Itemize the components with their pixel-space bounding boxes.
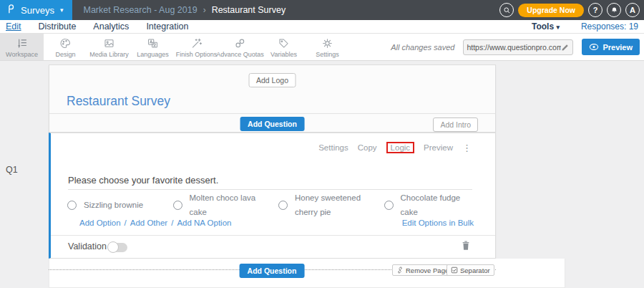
palette-icon bbox=[59, 37, 72, 49]
answer-option-4[interactable]: Chocolate fudge cake bbox=[384, 191, 490, 219]
option-links: Add Option / Add Other / Add NA Option bbox=[79, 219, 231, 227]
wand-icon bbox=[190, 37, 203, 49]
menu-item-edit[interactable]: Edit bbox=[6, 21, 21, 32]
toolbar-item-settings[interactable]: Settings bbox=[306, 34, 349, 60]
autosave-status: All changes saved bbox=[391, 43, 454, 52]
breadcrumb-separator: › bbox=[203, 5, 206, 15]
image-icon bbox=[103, 37, 115, 49]
question-block-q1: Settings Copy Logic Preview ⋮ Please cho… bbox=[49, 133, 496, 259]
help-icon: ? bbox=[593, 6, 598, 14]
translate-icon bbox=[147, 37, 159, 49]
validation-toggle[interactable] bbox=[109, 243, 127, 252]
menu-item-distribute[interactable]: Distribute bbox=[39, 21, 77, 32]
toolbar-item-media-library[interactable]: Media Library bbox=[87, 34, 131, 60]
radio-icon[interactable] bbox=[67, 201, 77, 210]
responses-count[interactable]: Responses: 19 bbox=[581, 21, 638, 32]
upgrade-now-button[interactable]: Upgrade Now bbox=[518, 4, 584, 17]
checkbox-checked-icon bbox=[451, 267, 458, 274]
unlink-icon bbox=[396, 267, 404, 274]
questionpro-logo-icon bbox=[6, 4, 16, 16]
radio-icon[interactable] bbox=[173, 201, 182, 210]
answer-options: Sizzling brownie Molten choco lava cake … bbox=[67, 191, 489, 219]
validation-label: Validation bbox=[68, 241, 107, 251]
question-copy-button[interactable]: Copy bbox=[358, 143, 377, 152]
questionpro-survey-editor: Surveys ▾ Market Research - Aug 2019 › R… bbox=[0, 0, 644, 288]
gear-icon bbox=[321, 37, 333, 49]
add-logo-button[interactable]: Add Logo bbox=[248, 73, 296, 87]
trash-icon bbox=[461, 240, 471, 251]
chain-links-icon bbox=[234, 37, 246, 49]
avatar[interactable]: A bbox=[625, 3, 640, 17]
question-settings-button[interactable]: Settings bbox=[318, 143, 348, 152]
answer-option-1[interactable]: Sizzling brownie bbox=[67, 191, 173, 219]
eye-icon bbox=[589, 43, 599, 51]
notifications-button[interactable] bbox=[607, 3, 621, 17]
breadcrumb-current-survey: Restaurant Survey bbox=[212, 5, 286, 15]
link-separator: / bbox=[171, 219, 173, 227]
topbar-actions: Upgrade Now ? A bbox=[499, 0, 640, 20]
bell-icon bbox=[610, 6, 618, 14]
surveys-menu-button[interactable]: Surveys ▾ bbox=[0, 0, 72, 20]
tools-dropdown[interactable]: Tools ▾ bbox=[532, 21, 560, 32]
help-button[interactable]: ? bbox=[588, 3, 602, 17]
toolbar-item-advance-quotas[interactable]: Advance Quotas bbox=[218, 34, 262, 60]
surveys-menu-label: Surveys bbox=[21, 5, 54, 16]
toolbar-item-languages[interactable]: Languages bbox=[131, 34, 175, 60]
divider bbox=[49, 113, 495, 114]
survey-header-card: Add Logo Restaurant Survey Add Question … bbox=[49, 64, 496, 133]
separator-toggle-button[interactable]: Separator bbox=[447, 264, 494, 276]
add-other-link[interactable]: Add Other bbox=[130, 219, 167, 227]
survey-title[interactable]: Restaurant Survey bbox=[67, 94, 170, 109]
kebab-menu-icon[interactable]: ⋮ bbox=[462, 143, 472, 153]
add-intro-button[interactable]: Add Intro bbox=[433, 117, 478, 132]
add-question-button-bottom[interactable]: Add Question bbox=[240, 264, 305, 278]
survey-url-field[interactable]: https://www.questionpro.com/t/APNrFZ bbox=[463, 39, 573, 55]
radio-icon[interactable] bbox=[384, 201, 394, 210]
pencil-icon[interactable] bbox=[561, 43, 570, 52]
link-separator: / bbox=[125, 219, 127, 227]
add-question-button-top[interactable]: Add Question bbox=[240, 117, 305, 131]
radio-icon[interactable] bbox=[278, 201, 288, 210]
answer-option-3[interactable]: Honey sweetened cherry pie bbox=[278, 191, 384, 219]
search-icon bbox=[503, 6, 511, 14]
chevron-down-icon: ▾ bbox=[556, 24, 560, 31]
search-button[interactable] bbox=[499, 3, 514, 17]
question-preview-button[interactable]: Preview bbox=[424, 143, 453, 152]
toolbar-item-finish-options[interactable]: Finish Options bbox=[175, 34, 218, 60]
survey-url: https://www.questionpro.com/t/APNrFZ bbox=[467, 43, 561, 52]
toolbar-item-variables[interactable]: Variables bbox=[262, 34, 306, 60]
toolbar: Workspace Design Media Library Languages… bbox=[0, 34, 644, 61]
menubar: Edit Distribute Analytics Integration To… bbox=[0, 20, 644, 34]
chevron-down-icon: ▾ bbox=[60, 6, 64, 14]
divider bbox=[51, 235, 495, 236]
question-number: Q1 bbox=[6, 165, 18, 175]
question-text[interactable]: Please choose your favorite dessert. bbox=[68, 175, 472, 190]
toggle-knob bbox=[107, 241, 119, 253]
topbar: Surveys ▾ Market Research - Aug 2019 › R… bbox=[0, 0, 644, 20]
question-actions: Settings Copy Logic Preview ⋮ bbox=[318, 142, 472, 153]
edit-options-in-bulk-link[interactable]: Edit Options in Bulk bbox=[402, 219, 474, 227]
breadcrumb-folder[interactable]: Market Research - Aug 2019 bbox=[84, 5, 197, 15]
toolbar-item-workspace[interactable]: Workspace bbox=[0, 34, 44, 60]
answer-option-2[interactable]: Molten choco lava cake bbox=[173, 191, 279, 219]
question-logic-button[interactable]: Logic bbox=[386, 142, 415, 153]
toolbar-item-design[interactable]: Design bbox=[44, 34, 87, 60]
toolbar-right: All changes saved https://www.questionpr… bbox=[391, 34, 644, 60]
tag-icon bbox=[278, 37, 290, 49]
survey-canvas: Q1 Add Logo Restaurant Survey Add Questi… bbox=[0, 61, 644, 288]
add-option-link[interactable]: Add Option bbox=[79, 219, 121, 227]
workspace-icon bbox=[16, 37, 28, 49]
breadcrumb: Market Research - Aug 2019 › Restaurant … bbox=[84, 5, 286, 15]
delete-question-button[interactable] bbox=[461, 240, 471, 251]
menu-item-integration[interactable]: Integration bbox=[146, 21, 188, 32]
add-na-option-link[interactable]: Add NA Option bbox=[177, 219, 231, 227]
menu-item-analytics[interactable]: Analytics bbox=[93, 21, 129, 32]
preview-button[interactable]: Preview bbox=[582, 39, 640, 55]
